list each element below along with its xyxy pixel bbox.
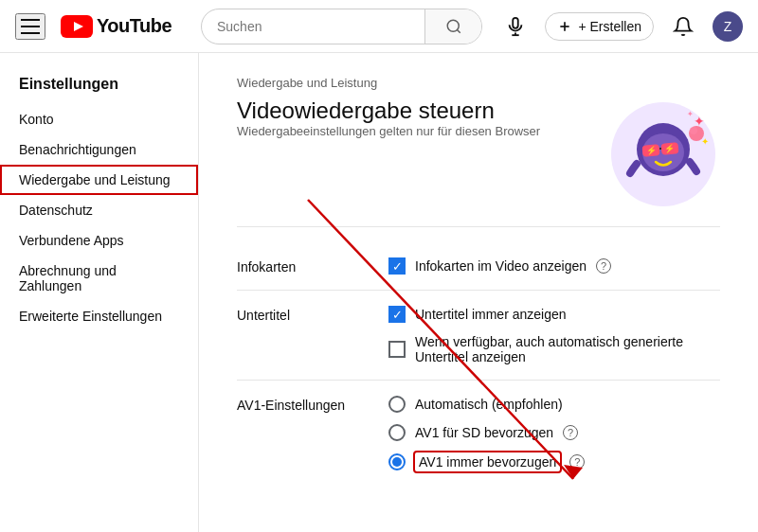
radio-selected-indicator — [392, 457, 402, 467]
header-right: + Erstellen Z — [497, 9, 743, 44]
infokarten-checkbox[interactable]: ✓ — [388, 257, 406, 275]
infokarten-label: Infokarten — [237, 257, 388, 275]
sidebar-item-wiedergabe[interactable]: Wiedergabe und Leistung — [0, 165, 198, 195]
svg-text:✦: ✦ — [687, 110, 694, 118]
search-input[interactable] — [202, 19, 424, 34]
av1-sd-radio[interactable] — [388, 424, 406, 441]
untertitel-always-text: Untertitel immer anzeigen — [415, 307, 567, 322]
youtube-logo-text: YouTube — [97, 15, 171, 37]
microphone-button[interactable] — [497, 9, 533, 44]
search-bar — [201, 9, 482, 44]
infokarten-options: ✓ Infokarten im Video anzeigen ? — [388, 257, 720, 275]
illustration-svg: ⚡ ⚡ ✦ ✦ ✦ — [606, 98, 720, 211]
av1-always-text: AV1 immer bevorzugen — [415, 452, 560, 471]
av1-sd-text: AV1 für SD bevorzugen — [415, 425, 553, 440]
content-header: Videowiedergabe steuern Wiedergabeeinste… — [237, 98, 720, 211]
breadcrumb: Wiedergabe und Leistung — [237, 76, 720, 90]
sidebar-item-benachrichtigungen[interactable]: Benachrichtigungen — [0, 134, 198, 165]
untertitel-auto-text: Wenn verfügbar, auch automatisch generie… — [415, 334, 720, 364]
untertitel-label: Untertitel — [237, 306, 388, 323]
av1-auto-radio[interactable] — [388, 396, 406, 413]
illustration: ⚡ ⚡ ✦ ✦ ✦ — [606, 98, 720, 211]
sidebar-item-datenschutz[interactable]: Datenschutz — [0, 195, 198, 225]
svg-text:⚡: ⚡ — [664, 143, 676, 154]
svg-point-2 — [447, 20, 459, 31]
microphone-icon — [505, 16, 526, 37]
av1-always-help-icon[interactable]: ? — [569, 454, 585, 470]
main-layout: Einstellungen Konto Benachrichtigungen W… — [0, 53, 758, 532]
av1-option-auto: Automatisch (empfohlen) — [388, 396, 720, 413]
header-left: YouTube — [15, 13, 186, 40]
untertitel-auto-checkbox[interactable] — [388, 341, 406, 358]
infokarten-text: Infokarten im Video anzeigen — [415, 258, 587, 274]
divider-top — [237, 226, 720, 227]
create-button[interactable]: + Erstellen — [545, 12, 654, 41]
svg-text:⚡: ⚡ — [646, 145, 658, 156]
sidebar-item-abrechnung[interactable]: Abrechnung und Zahlungen — [0, 256, 198, 301]
youtube-logo-icon — [61, 15, 93, 38]
av1-label: AV1-Einstellungen — [237, 396, 388, 413]
infokarten-help-icon[interactable]: ? — [596, 258, 611, 274]
sidebar-item-konto[interactable]: Konto — [0, 104, 198, 134]
untertitel-option-2: Wenn verfügbar, auch automatisch generie… — [388, 334, 720, 364]
svg-line-3 — [457, 29, 460, 32]
av1-always-radio[interactable] — [388, 453, 406, 470]
sidebar-title: Einstellungen — [0, 68, 198, 104]
header: YouTube + Erstellen — [0, 0, 758, 53]
youtube-logo[interactable]: YouTube — [61, 15, 171, 38]
sidebar-item-erweiterte[interactable]: Erweiterte Einstellungen — [0, 301, 198, 331]
page-subtitle: Wiedergabeeinstellungen gelten nur für d… — [237, 124, 540, 138]
av1-option-sd: AV1 für SD bevorzugen ? — [388, 424, 720, 441]
svg-rect-4 — [514, 17, 519, 27]
av1-section: AV1-Einstellungen Automatisch (empfohlen… — [237, 381, 720, 487]
av1-option-always: AV1 immer bevorzugen ? — [388, 452, 720, 471]
untertitel-options: ✓ Untertitel immer anzeigen Wenn verfügb… — [388, 306, 720, 364]
page-title: Videowiedergabe steuern — [237, 98, 540, 124]
checkmark-icon: ✓ — [392, 260, 403, 273]
search-button[interactable] — [424, 9, 481, 44]
create-label: + Erstellen — [578, 19, 641, 34]
av1-options: Automatisch (empfohlen) AV1 für SD bevor… — [388, 396, 720, 471]
create-icon — [557, 19, 572, 34]
av1-auto-text: Automatisch (empfohlen) — [415, 397, 563, 412]
av1-sd-help-icon[interactable]: ? — [563, 425, 578, 440]
sidebar-item-verbundene-apps[interactable]: Verbundene Apps — [0, 225, 198, 256]
content-area: Wiedergabe und Leistung Videowiedergabe … — [199, 53, 758, 532]
bell-icon — [673, 16, 694, 37]
avatar[interactable]: Z — [713, 11, 743, 42]
infokarten-option-1: ✓ Infokarten im Video anzeigen ? — [388, 257, 720, 275]
notifications-button[interactable] — [665, 9, 701, 44]
search-icon — [445, 18, 462, 35]
untertitel-section: Untertitel ✓ Untertitel immer anzeigen W… — [237, 291, 720, 381]
sidebar: Einstellungen Konto Benachrichtigungen W… — [0, 53, 199, 532]
checkmark-icon: ✓ — [392, 309, 403, 321]
content-header-left: Videowiedergabe steuern Wiedergabeeinste… — [237, 98, 540, 161]
menu-button[interactable] — [15, 13, 45, 40]
infokarten-section: Infokarten ✓ Infokarten im Video anzeige… — [237, 242, 720, 291]
svg-point-21 — [690, 127, 697, 134]
untertitel-option-1: ✓ Untertitel immer anzeigen — [388, 306, 720, 323]
untertitel-always-checkbox[interactable]: ✓ — [388, 306, 406, 323]
